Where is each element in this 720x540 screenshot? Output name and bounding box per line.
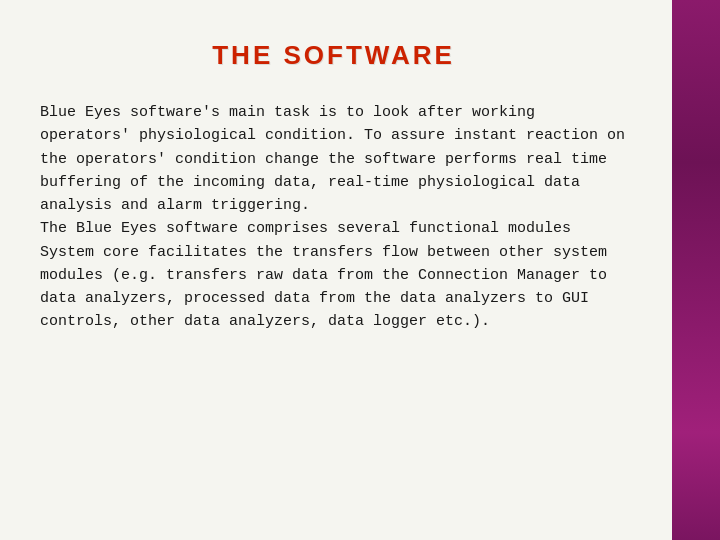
sidebar <box>672 0 720 540</box>
body-text: Blue Eyes software's main task is to loo… <box>40 101 627 334</box>
paragraph-2: The Blue Eyes software comprises several… <box>40 217 627 333</box>
paragraph-1: Blue Eyes software's main task is to loo… <box>40 101 627 217</box>
main-content: THE SOFTWARE Blue Eyes software's main t… <box>0 0 672 540</box>
page-title: THE SOFTWARE <box>40 40 627 71</box>
